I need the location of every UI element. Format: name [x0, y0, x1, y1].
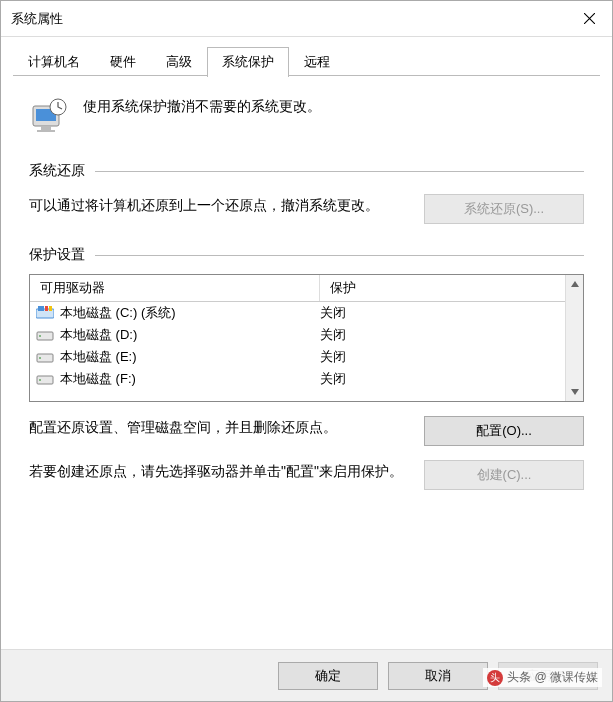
- intro-text: 使用系统保护撤消不需要的系统更改。: [83, 94, 321, 116]
- svg-point-12: [39, 357, 41, 359]
- hdd-icon: [36, 328, 54, 342]
- svg-point-10: [39, 335, 41, 337]
- drive-protection: 关闭: [320, 304, 565, 322]
- drive-name: 本地磁盘 (F:): [60, 370, 136, 388]
- column-protection[interactable]: 保护: [320, 275, 565, 301]
- divider: [95, 171, 584, 172]
- window-title: 系统属性: [11, 10, 63, 28]
- system-properties-window: 系统属性 计算机名 硬件 高级 系统保护 远程 使用系统保护撤消不需要的系统更: [0, 0, 613, 702]
- divider: [95, 255, 584, 256]
- scroll-down-icon[interactable]: [566, 383, 583, 401]
- tab-hardware[interactable]: 硬件: [95, 47, 151, 76]
- drive-rows: 本地磁盘 (C:) (系统) 关闭 本地磁盘 (D:) 关闭: [30, 302, 565, 401]
- configure-desc: 配置还原设置、管理磁盘空间，并且删除还原点。: [29, 416, 404, 438]
- drive-table: 可用驱动器 保护 本地磁盘 (C:) (系统) 关闭: [29, 274, 584, 402]
- scroll-up-icon[interactable]: [566, 275, 583, 293]
- drive-name: 本地磁盘 (C:) (系统): [60, 304, 176, 322]
- drive-protection: 关闭: [320, 370, 565, 388]
- system-protection-icon: [29, 94, 69, 134]
- table-row[interactable]: 本地磁盘 (E:) 关闭: [30, 346, 565, 368]
- system-restore-button[interactable]: 系统还原(S)...: [424, 194, 584, 224]
- close-icon: [584, 13, 595, 24]
- scrollbar[interactable]: [565, 275, 583, 401]
- hdd-icon: [36, 372, 54, 386]
- scroll-track[interactable]: [566, 293, 583, 383]
- section-settings-title: 保护设置: [29, 246, 85, 264]
- apply-button[interactable]: 应用(A): [498, 662, 598, 690]
- drive-table-header: 可用驱动器 保护: [30, 275, 565, 302]
- restore-desc: 可以通过将计算机还原到上一个还原点，撤消系统更改。: [29, 194, 404, 216]
- cancel-button[interactable]: 取消: [388, 662, 488, 690]
- create-row: 若要创建还原点，请先选择驱动器并单击"配置"来启用保护。 创建(C)...: [29, 460, 584, 490]
- drive-protection: 关闭: [320, 348, 565, 366]
- tab-remote[interactable]: 远程: [289, 47, 345, 76]
- tabs: 计算机名 硬件 高级 系统保护 远程: [1, 37, 612, 76]
- tab-content: 使用系统保护撤消不需要的系统更改。 系统还原 可以通过将计算机还原到上一个还原点…: [1, 76, 612, 649]
- create-button[interactable]: 创建(C)...: [424, 460, 584, 490]
- table-row[interactable]: 本地磁盘 (D:) 关闭: [30, 324, 565, 346]
- table-row[interactable]: 本地磁盘 (F:) 关闭: [30, 368, 565, 390]
- section-settings-header: 保护设置: [29, 246, 584, 264]
- column-drive[interactable]: 可用驱动器: [30, 275, 320, 301]
- tab-computer-name[interactable]: 计算机名: [13, 47, 95, 76]
- titlebar: 系统属性: [1, 1, 612, 37]
- table-row[interactable]: 本地磁盘 (C:) (系统) 关闭: [30, 302, 565, 324]
- ok-button[interactable]: 确定: [278, 662, 378, 690]
- create-desc: 若要创建还原点，请先选择驱动器并单击"配置"来启用保护。: [29, 460, 404, 482]
- svg-rect-8: [49, 306, 52, 311]
- dialog-footer: 确定 取消 应用(A): [1, 649, 612, 701]
- svg-rect-2: [41, 126, 51, 130]
- drive-name: 本地磁盘 (E:): [60, 348, 137, 366]
- drive-name: 本地磁盘 (D:): [60, 326, 137, 344]
- svg-rect-6: [38, 306, 44, 311]
- hdd-icon: [36, 350, 54, 364]
- section-restore-title: 系统还原: [29, 162, 85, 180]
- svg-rect-7: [45, 306, 48, 311]
- tab-system-protection[interactable]: 系统保护: [207, 47, 289, 77]
- restore-row: 可以通过将计算机还原到上一个还原点，撤消系统更改。 系统还原(S)...: [29, 194, 584, 224]
- intro-row: 使用系统保护撤消不需要的系统更改。: [29, 94, 584, 134]
- svg-rect-3: [37, 130, 55, 132]
- section-restore-header: 系统还原: [29, 162, 584, 180]
- tab-advanced[interactable]: 高级: [151, 47, 207, 76]
- configure-button[interactable]: 配置(O)...: [424, 416, 584, 446]
- system-drive-icon: [36, 306, 54, 320]
- svg-point-14: [39, 379, 41, 381]
- configure-row: 配置还原设置、管理磁盘空间，并且删除还原点。 配置(O)...: [29, 416, 584, 446]
- drive-protection: 关闭: [320, 326, 565, 344]
- close-button[interactable]: [566, 1, 612, 37]
